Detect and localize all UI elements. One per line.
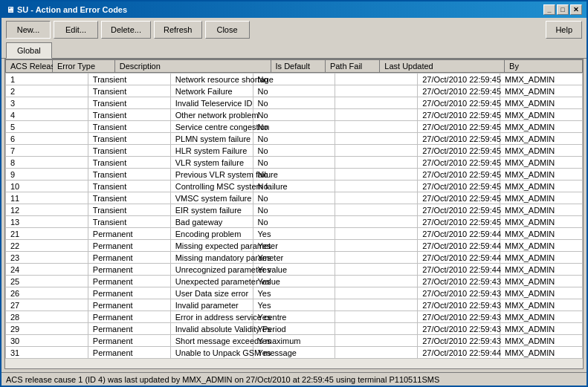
- title-bar: 🖥 SU - Action and Error Codes _ □ ✕: [1, 1, 587, 18]
- table-row[interactable]: 25PermanentUnexpected parameter valueYes…: [6, 276, 583, 287]
- title-bar-controls: _ □ ✕: [543, 4, 582, 15]
- window-icon: 🖥: [6, 5, 14, 14]
- tab-bar: Global: [1, 42, 587, 59]
- table-row[interactable]: 11TransientVMSC system failureNo27/Oct/2…: [6, 192, 583, 204]
- new-button[interactable]: New...: [6, 21, 51, 39]
- table-row[interactable]: 26PermanentUser Data size errorYes27/Oct…: [6, 287, 583, 299]
- col-error-type: Error Type: [52, 60, 114, 73]
- delete-button[interactable]: Delete...: [101, 21, 151, 39]
- table-row[interactable]: 29PermanentInvalid absolute Validity Per…: [6, 323, 583, 335]
- table-row[interactable]: 6TransientPLMN system failureNo27/Oct/20…: [6, 133, 583, 145]
- table-row[interactable]: 12TransientEIR system failureNo27/Oct/20…: [6, 204, 583, 216]
- table-row[interactable]: 23PermanentMissing mandatory parameterYe…: [6, 252, 583, 264]
- col-last-updated: Last Updated: [380, 60, 505, 73]
- col-path-fail: Path Fail: [325, 60, 379, 73]
- tab-global[interactable]: Global: [6, 42, 52, 59]
- table-header: ACS Release Cause Error Type Description…: [5, 59, 583, 73]
- close-window-button[interactable]: ✕: [570, 4, 582, 15]
- maximize-button[interactable]: □: [557, 4, 569, 15]
- col-acs-release-cause: ACS Release Cause: [6, 60, 53, 73]
- minimize-button[interactable]: _: [543, 4, 555, 15]
- close-button[interactable]: Close: [205, 21, 250, 39]
- toolbar: New... Edit... Delete... Refresh Close H…: [1, 18, 587, 42]
- table-row[interactable]: 10TransientControlling MSC system failur…: [6, 181, 583, 192]
- content-area: ACS Release Cause Error Type Description…: [4, 59, 584, 369]
- table-row[interactable]: 5TransientService centre congestionNo27/…: [6, 121, 583, 133]
- col-by: By: [505, 60, 583, 73]
- table-row[interactable]: 27PermanentInvalid parameterYes27/Oct/20…: [6, 299, 583, 311]
- help-button[interactable]: Help: [546, 21, 582, 39]
- window-title: SU - Action and Error Codes: [17, 5, 127, 14]
- refresh-button[interactable]: Refresh: [154, 21, 202, 39]
- table-row[interactable]: 4TransientOther network problemNo27/Oct/…: [6, 109, 583, 121]
- table-row[interactable]: 31PermanentUnable to Unpack GSM messageY…: [6, 347, 583, 359]
- table-scroll[interactable]: 1TransientNetwork resource shortageNo27/…: [5, 73, 583, 368]
- col-description: Description: [114, 60, 271, 73]
- table-row[interactable]: 21PermanentEncoding problemYes27/Oct/201…: [6, 228, 583, 240]
- table-row[interactable]: 13TransientBad gatewayNo27/Oct/2010 22:5…: [6, 216, 583, 228]
- title-bar-left: 🖥 SU - Action and Error Codes: [6, 5, 127, 14]
- table-row[interactable]: 24PermanentUnrecognized parameter valueY…: [6, 264, 583, 276]
- data-table: 1TransientNetwork resource shortageNo27/…: [5, 73, 583, 359]
- col-is-default: Is Default: [271, 60, 325, 73]
- status-bar: ACS release cause 1 (ID 4) was last upda…: [1, 372, 587, 386]
- status-text: ACS release cause 1 (ID 4) was last upda…: [6, 375, 439, 384]
- table-row[interactable]: 22PermanentMissing expected parameterYes…: [6, 240, 583, 252]
- table-row[interactable]: 7TransientHLR system FailureNo27/Oct/201…: [6, 145, 583, 157]
- main-window: 🖥 SU - Action and Error Codes _ □ ✕ New.…: [0, 0, 588, 387]
- table-row[interactable]: 3TransientInvalid Teleservice IDNo27/Oct…: [6, 97, 583, 109]
- table-row[interactable]: 8TransientVLR system failureNo27/Oct/201…: [6, 157, 583, 169]
- table-row[interactable]: 9TransientPrevious VLR system failureNo2…: [6, 169, 583, 181]
- table-row[interactable]: 28PermanentError in address service cent…: [6, 311, 583, 323]
- table-row[interactable]: 30PermanentShort message exceeds maximum…: [6, 335, 583, 347]
- table-wrapper: ACS Release Cause Error Type Description…: [5, 59, 583, 368]
- table-row[interactable]: 1TransientNetwork resource shortageNo27/…: [6, 74, 583, 85]
- edit-button[interactable]: Edit...: [54, 21, 98, 39]
- table-row[interactable]: 2TransientNetwork FailureNo27/Oct/2010 2…: [6, 85, 583, 97]
